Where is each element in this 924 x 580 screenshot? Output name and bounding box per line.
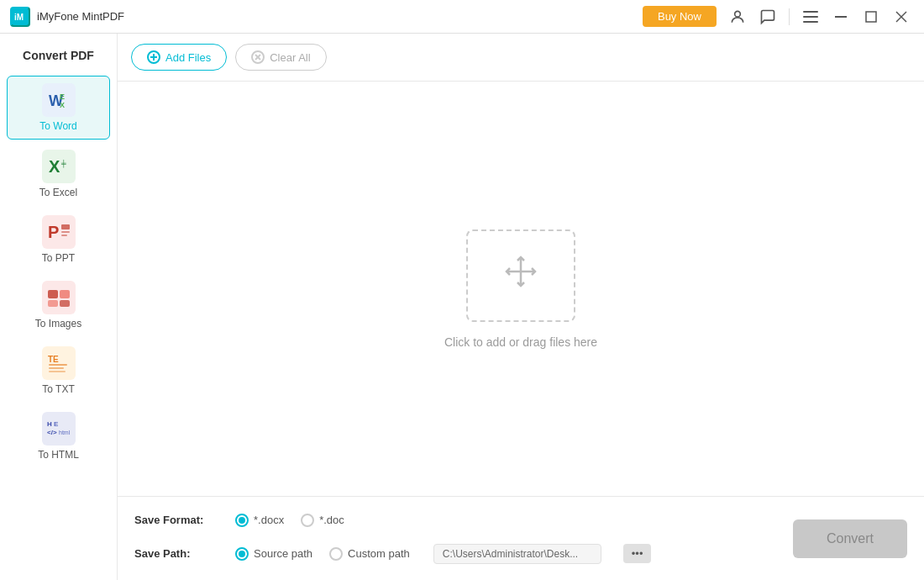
format-docx-label: *.docx xyxy=(254,514,284,526)
format-doc-radio[interactable] xyxy=(301,514,314,527)
svg-rect-25 xyxy=(48,300,58,307)
svg-text:E: E xyxy=(60,92,65,101)
drop-zone-text: Click to add or drag files here xyxy=(444,335,597,349)
bottom-actions: Save Format: *.docx *.doc xyxy=(134,514,907,564)
svg-text:TE: TE xyxy=(48,355,59,364)
custom-path-option[interactable]: Custom path xyxy=(329,547,410,561)
format-docx-option[interactable]: *.docx xyxy=(235,514,284,527)
format-docx-dot xyxy=(239,517,245,524)
svg-text:X: X xyxy=(49,157,60,176)
bottom-bar: Save Format: *.docx *.doc xyxy=(118,496,924,580)
save-format-row: Save Format: *.docx *.doc xyxy=(134,514,793,527)
sidebar-label-to-word: To Word xyxy=(39,120,76,132)
app-title: iMyFone MintPDF xyxy=(37,10,643,23)
source-path-radio[interactable] xyxy=(235,547,249,561)
ppt-icon: P xyxy=(42,215,76,249)
svg-rect-7 xyxy=(866,12,876,22)
bottom-form: Save Format: *.docx *.doc xyxy=(134,514,793,564)
format-doc-label: *.doc xyxy=(319,514,344,526)
sidebar-label-to-images: To Images xyxy=(35,318,81,330)
svg-rect-30 xyxy=(49,367,64,369)
svg-text:iM: iM xyxy=(14,13,24,22)
chat-icon-button[interactable] xyxy=(755,4,780,29)
app-logo: iM xyxy=(10,7,30,27)
titlebar: iM iMyFone MintPDF Buy Now xyxy=(0,0,924,34)
add-files-button[interactable]: Add Files xyxy=(131,44,227,71)
save-path-row: Save Path: Source path Custom path xyxy=(134,544,793,564)
sidebar: Convert PDF W E X To Word X ╪ xyxy=(0,34,118,580)
main-content: Add Files Clear All xyxy=(118,34,924,580)
svg-text:</>: </> xyxy=(47,429,57,436)
sidebar-label-to-ppt: To PPT xyxy=(42,252,75,264)
save-format-label: Save Format: xyxy=(134,514,235,526)
path-display: C:\Users\Administrator\Desk... xyxy=(433,544,601,564)
sidebar-item-to-html[interactable]: H E </> html To HTML xyxy=(7,405,110,467)
svg-rect-29 xyxy=(49,364,67,366)
svg-rect-26 xyxy=(60,300,70,307)
svg-rect-20 xyxy=(61,231,70,233)
svg-text:E: E xyxy=(54,420,59,428)
format-radio-group: *.docx *.doc xyxy=(235,514,344,527)
path-radio-group: Source path Custom path C:\Users\Adminis… xyxy=(235,544,651,564)
source-path-dot xyxy=(239,551,245,557)
svg-rect-19 xyxy=(61,224,70,229)
sidebar-item-to-excel[interactable]: X ╪ To Excel xyxy=(7,143,110,205)
sidebar-label-to-html: To HTML xyxy=(38,449,79,461)
save-path-label: Save Path: xyxy=(134,547,235,560)
path-browse-button[interactable]: ••• xyxy=(623,544,652,563)
source-path-option[interactable]: Source path xyxy=(235,547,312,561)
plus-circle-icon xyxy=(147,50,160,64)
sidebar-label-to-txt: To TXT xyxy=(42,383,74,395)
sidebar-item-to-word[interactable]: W E X To Word xyxy=(7,76,110,140)
move-icon xyxy=(500,250,542,300)
excel-icon: X ╪ xyxy=(42,150,76,183)
svg-text:H: H xyxy=(47,420,52,428)
format-doc-option[interactable]: *.doc xyxy=(301,514,344,527)
buy-now-button[interactable]: Buy Now xyxy=(643,6,717,27)
source-path-label: Source path xyxy=(254,547,312,560)
toolbar: Add Files Clear All xyxy=(118,34,924,82)
clear-all-button[interactable]: Clear All xyxy=(235,44,326,71)
svg-text:P: P xyxy=(48,223,59,241)
custom-path-label: Custom path xyxy=(348,547,410,560)
close-button[interactable] xyxy=(889,4,914,29)
svg-point-2 xyxy=(735,11,741,17)
account-icon-button[interactable] xyxy=(725,4,750,29)
titlebar-separator xyxy=(789,8,790,25)
sidebar-title: Convert PDF xyxy=(0,42,117,72)
svg-rect-3 xyxy=(803,11,818,13)
app-body: Convert PDF W E X To Word X ╪ xyxy=(0,34,924,580)
word-icon: W E X xyxy=(42,83,76,117)
svg-rect-23 xyxy=(48,290,58,298)
titlebar-icons xyxy=(725,4,914,29)
drop-box xyxy=(466,229,575,322)
svg-rect-21 xyxy=(61,235,67,236)
hamburger-menu-button[interactable] xyxy=(798,4,823,29)
drop-zone[interactable]: Click to add or drag files here xyxy=(118,82,924,496)
convert-button[interactable]: Convert xyxy=(793,519,907,558)
svg-rect-6 xyxy=(835,16,847,18)
custom-path-radio[interactable] xyxy=(329,547,343,561)
format-docx-radio[interactable] xyxy=(235,514,249,527)
svg-rect-31 xyxy=(49,371,66,372)
svg-rect-4 xyxy=(803,16,818,18)
txt-icon: TE xyxy=(42,346,76,380)
maximize-button[interactable] xyxy=(858,4,884,29)
sidebar-item-to-txt[interactable]: TE To TXT xyxy=(7,340,110,402)
svg-rect-5 xyxy=(803,21,818,23)
sidebar-item-to-images[interactable]: To Images xyxy=(7,274,110,336)
svg-rect-24 xyxy=(60,290,70,298)
html-icon: H E </> html xyxy=(42,412,76,446)
images-icon xyxy=(42,281,76,314)
sidebar-label-to-excel: To Excel xyxy=(39,187,77,198)
svg-text:╪: ╪ xyxy=(60,159,66,168)
svg-text:html: html xyxy=(59,430,71,435)
minimize-button[interactable] xyxy=(828,4,853,29)
svg-text:X: X xyxy=(60,101,65,109)
sidebar-item-to-ppt[interactable]: P To PPT xyxy=(7,208,110,271)
clear-circle-icon xyxy=(251,50,265,64)
